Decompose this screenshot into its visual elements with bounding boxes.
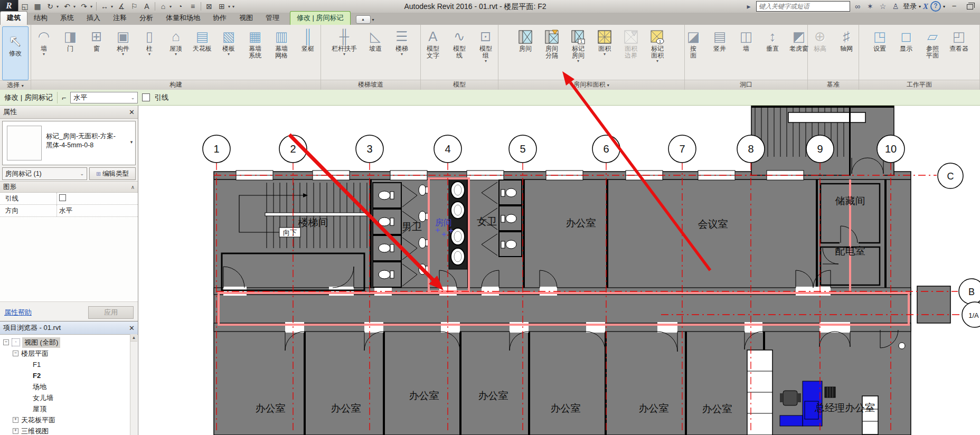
railing-button[interactable]: ╫栏杆扶手▾ xyxy=(327,26,362,58)
tab-systems[interactable]: 系统 xyxy=(54,12,80,25)
panel-label-select[interactable]: 选择 ▾ xyxy=(0,80,31,90)
collapse-icon[interactable]: ∧ xyxy=(131,184,135,190)
curtain-grid-button[interactable]: ▥幕墙 网格 xyxy=(269,26,294,60)
help-icon[interactable]: ? xyxy=(930,1,941,12)
set-work-plane-button[interactable]: ◳设置 xyxy=(867,26,892,53)
measure-icon[interactable]: ↔ xyxy=(99,1,110,12)
qat-customize-icon[interactable]: ▾ xyxy=(232,4,237,9)
undo-caret-icon[interactable]: ▾ xyxy=(73,4,78,9)
tag-room-button[interactable]: 1标记 房间▾ xyxy=(566,26,591,64)
section-icon[interactable]: ◔ xyxy=(174,1,186,12)
model-line-button[interactable]: ∿模型 线 xyxy=(447,26,472,60)
search-expand-icon[interactable]: ▸ xyxy=(743,2,754,11)
close-icon[interactable]: ✕ xyxy=(129,324,135,332)
minimize-button[interactable]: – xyxy=(947,2,961,11)
shaft-button[interactable]: ▤竖井 xyxy=(707,26,732,53)
save-icon[interactable]: ▦ xyxy=(32,1,43,12)
ribbon-minimize-icon[interactable]: ▴ xyxy=(356,15,371,24)
tab-analyze[interactable]: 分析 xyxy=(133,12,159,25)
room-button[interactable]: 房间 xyxy=(513,26,538,53)
ribbon-display-toggle[interactable]: ▴ ▾ xyxy=(356,15,374,24)
ceiling-button[interactable]: ▤天花板 xyxy=(190,26,215,53)
aligned-dimension-icon[interactable]: ∡ xyxy=(116,1,127,12)
tab-insert[interactable]: 插入 xyxy=(80,12,107,25)
switch-caret-icon[interactable]: ▾ xyxy=(228,4,232,9)
tree-item-ceiling-plans[interactable]: + 天花板平面 xyxy=(3,414,138,425)
tab-architecture[interactable]: 建筑 xyxy=(0,11,27,25)
orientation-value[interactable]: 水平 xyxy=(57,205,138,216)
tag-area-button[interactable]: 1标记 面积▾ xyxy=(645,26,670,64)
expand-expander-icon[interactable]: + xyxy=(13,417,18,423)
floor-button[interactable]: ▧楼板▾ xyxy=(216,26,241,58)
wall-opening-button[interactable]: ◫墙 xyxy=(733,26,759,53)
properties-help-link[interactable]: 属性帮助 xyxy=(4,308,32,317)
room-separator-button[interactable]: 房间 分隔 xyxy=(539,26,564,60)
section-graphics[interactable]: 图形 ∧ xyxy=(0,181,138,193)
door-button[interactable]: ◨门 xyxy=(58,26,83,53)
default-3d-view-icon[interactable]: ⌂ xyxy=(157,1,169,12)
open-icon[interactable]: ◱ xyxy=(19,1,31,12)
exchange-apps-icon[interactable]: X xyxy=(923,2,928,11)
communication-center-icon[interactable]: ✶ xyxy=(865,2,875,11)
component-button[interactable]: ▣构件▾ xyxy=(110,26,136,58)
login-caret-icon[interactable]: ▾ xyxy=(919,4,921,9)
browser-scrollbar[interactable]: ▲ xyxy=(130,334,137,435)
vertical-opening-button[interactable]: ↕垂直 xyxy=(760,26,785,53)
tree-item-views[interactable]: − ◦ 视图 (全部) xyxy=(3,337,138,348)
leader-value-checkbox[interactable] xyxy=(59,194,66,201)
expand-expander-icon[interactable]: + xyxy=(13,428,18,434)
ref-plane-button[interactable]: ▱参照 平面 xyxy=(920,26,945,60)
redo-icon[interactable]: ↷ xyxy=(78,1,90,12)
panel-label-room-area[interactable]: 房间和面积 ▾ xyxy=(498,80,684,90)
curtain-system-button[interactable]: ▦幕墙 系统 xyxy=(242,26,268,60)
tab-collaborate[interactable]: 协作 xyxy=(206,12,233,25)
favorites-icon[interactable]: ☆ xyxy=(878,2,888,11)
modify-button[interactable]: ↖ 修改 xyxy=(2,26,29,80)
column-button[interactable]: ▯柱▾ xyxy=(137,26,162,58)
view3d-caret-icon[interactable]: ▾ xyxy=(169,4,174,9)
orientation-select[interactable]: 水平⌄ xyxy=(70,92,138,103)
roof-button[interactable]: ⌂屋顶▾ xyxy=(163,26,189,58)
tab-annotate[interactable]: 注释 xyxy=(107,12,133,25)
model-group-button[interactable]: ⊡模型 组▾ xyxy=(473,26,498,64)
instance-selector[interactable]: 房间标记 (1)⌄ xyxy=(2,167,87,180)
collapse-expander-icon[interactable]: − xyxy=(13,351,18,356)
tree-item-roof[interactable]: 屋顶 xyxy=(3,403,138,414)
tree-item-site[interactable]: 场地 xyxy=(3,381,138,392)
ramp-button[interactable]: ◺坡道 xyxy=(363,26,388,53)
tab-view[interactable]: 视图 xyxy=(233,12,259,25)
tree-item-f2[interactable]: F2 xyxy=(3,370,138,381)
search-input[interactable] xyxy=(756,1,850,12)
search-icon[interactable]: ∞ xyxy=(852,2,863,11)
measure-caret-icon[interactable]: ▾ xyxy=(111,4,115,9)
login-button[interactable]: 登录 xyxy=(903,2,917,11)
tag-by-category-icon[interactable]: ⚐ xyxy=(128,1,140,12)
tab-manage[interactable]: 管理 xyxy=(259,12,286,25)
tab-modify-room-tag[interactable]: 修改 | 房间标记 xyxy=(290,11,351,25)
opening-by-face-button[interactable]: ◪按 面 xyxy=(681,26,706,60)
viewer-button[interactable]: ◰查看器 xyxy=(946,26,972,53)
help-caret-icon[interactable]: ▾ xyxy=(943,4,945,9)
undo-icon[interactable]: ↶ xyxy=(61,1,73,12)
sync-icon[interactable]: ↻ xyxy=(44,1,56,12)
type-selector[interactable]: 标记_房间-无面积-方案- 黑体-4-5mm-0-8 ▾ xyxy=(2,121,136,165)
text-icon[interactable]: A xyxy=(141,1,153,12)
tree-item-parapet[interactable]: 女儿墙 xyxy=(3,392,138,403)
mullion-button[interactable]: ║竖梃 xyxy=(295,26,321,53)
show-work-plane-button[interactable]: ◻显示 xyxy=(893,26,919,53)
tab-structure[interactable]: 结构 xyxy=(27,12,54,25)
switch-windows-icon[interactable]: ⊞ xyxy=(216,1,228,12)
tree-item-3d-views[interactable]: + 三维视图 xyxy=(3,425,138,435)
leader-checkbox[interactable] xyxy=(142,93,150,101)
tree-item-f1[interactable]: F1 xyxy=(3,359,138,370)
drawing-area[interactable]: 1 2 3 4 5 6 7 8 9 10 C B 1/A 楼梯间 男卫 女卫 办… xyxy=(138,106,980,435)
ribbon-minimize-caret-icon[interactable]: ▾ xyxy=(372,17,374,22)
edit-type-button[interactable]: ⊞ 编辑类型 xyxy=(89,167,136,180)
area-button[interactable]: 面积▾ xyxy=(592,26,617,58)
tab-massing-site[interactable]: 体量和场地 xyxy=(159,12,206,25)
wall-button[interactable]: ◠墙▾ xyxy=(31,26,56,58)
sync-caret-icon[interactable]: ▾ xyxy=(56,4,61,9)
model-text-button[interactable]: A模型 文字 xyxy=(420,26,446,60)
window-button[interactable]: ⊞窗 xyxy=(84,26,109,53)
close-icon[interactable]: ✕ xyxy=(129,108,135,116)
